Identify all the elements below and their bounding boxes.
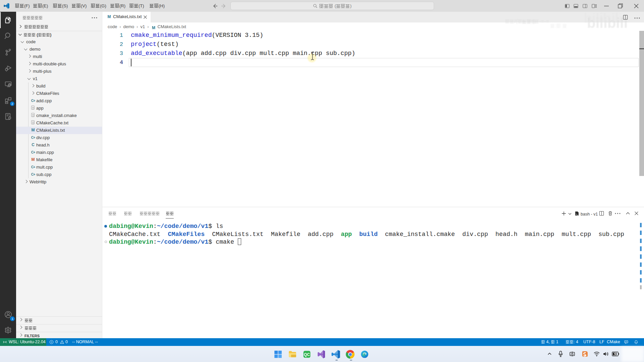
svg-text:QC: QC (304, 352, 310, 357)
